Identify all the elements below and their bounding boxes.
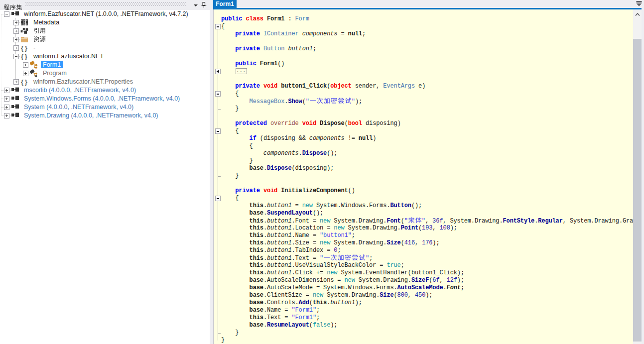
svg-text:{ }: { } — [21, 44, 27, 52]
svg-text:{ }: { } — [21, 78, 27, 86]
svg-text:{ }: { } — [21, 53, 27, 60]
